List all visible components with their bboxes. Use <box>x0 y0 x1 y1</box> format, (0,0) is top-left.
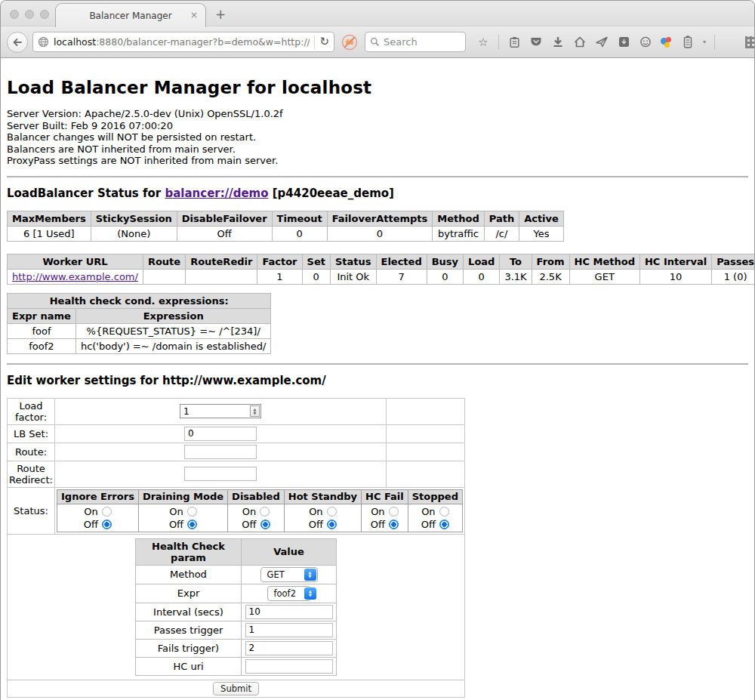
hc-uri-input[interactable] <box>245 659 333 674</box>
status-group-ignore-errors: On Off <box>57 504 139 532</box>
radio-on-label: On <box>371 506 384 517</box>
lb-set-label: LB Set: <box>8 424 55 443</box>
proxypass-note-line: ProxyPass settings are NOT inherited fro… <box>7 155 748 167</box>
route-redirect-label: Route Redirect: <box>8 461 55 487</box>
expr-cell: foof2 ▲▼ <box>242 584 337 603</box>
hc-uri-label: HC uri <box>136 657 242 675</box>
method-select[interactable]: GET ▲▼ <box>260 567 318 582</box>
window-minimize-button[interactable] <box>25 10 34 19</box>
status-group-stopped: On Off <box>408 504 462 532</box>
submit-button[interactable]: Submit <box>213 682 259 695</box>
radio-off[interactable] <box>389 520 399 529</box>
hc-row-hc-uri: HC uri <box>136 657 337 675</box>
health-check-param-table: Health Check param Value Method GET ▲▼ <box>135 538 337 676</box>
tab-close-icon[interactable]: × <box>190 10 198 20</box>
balancer-demo-link[interactable]: balancer://demo <box>165 187 268 200</box>
chevron-down-icon[interactable]: ▾ <box>703 39 706 45</box>
page-title: Load Balancer Manager for localhost <box>7 78 748 97</box>
column-header: Draining Mode <box>138 489 227 504</box>
expr-select[interactable]: foof2 ▲▼ <box>267 586 311 601</box>
divider <box>7 363 748 365</box>
search-bar[interactable] <box>365 32 466 52</box>
window-zoom-button[interactable] <box>40 10 49 19</box>
radio-on[interactable] <box>102 507 112 517</box>
divider <box>7 176 748 177</box>
window-close-button[interactable] <box>10 10 19 19</box>
number-spinner-icon[interactable]: ▲▼ <box>250 406 260 417</box>
share-icon[interactable] <box>595 35 609 49</box>
table-cell: /c/ <box>484 226 519 241</box>
table-cell: 3.1K <box>500 269 532 284</box>
home-icon[interactable] <box>573 35 587 49</box>
bookmark-star-icon[interactable]: ☆ <box>476 35 490 49</box>
column-header: Set <box>302 254 330 269</box>
url-text[interactable]: localhost:8880/balancer-manager?b=demo&w… <box>54 36 310 48</box>
pocket-icon[interactable] <box>529 35 543 49</box>
column-header: Busy <box>427 254 463 269</box>
url-domain: localhost <box>54 36 96 48</box>
search-input[interactable] <box>384 36 451 48</box>
radio-off[interactable] <box>327 520 337 529</box>
interval-cell <box>242 603 337 621</box>
hc-row-method: Method GET ▲▼ <box>136 565 337 584</box>
reload-icon[interactable]: ↻ <box>319 36 329 48</box>
worker-url-link[interactable]: http://www.example.com/ <box>12 271 138 282</box>
form-row-route-redirect: Route Redirect: <box>8 461 465 487</box>
tab-balancer-manager[interactable]: Balancer Manager × <box>55 3 206 27</box>
column-header: Value <box>242 538 337 565</box>
route-input[interactable] <box>184 445 257 459</box>
battery-extension-icon[interactable] <box>681 35 695 49</box>
column-header: Route <box>143 254 185 269</box>
fails-cell <box>242 639 337 657</box>
expr-selected-value: foof2 <box>274 588 304 599</box>
radio-off[interactable] <box>102 520 112 529</box>
method-cell: GET ▲▼ <box>242 565 337 584</box>
chat-smiley-icon[interactable] <box>639 35 652 49</box>
tab-bar: Balancer Manager × + <box>1 1 754 26</box>
hello-colored-dots-icon[interactable] <box>661 36 673 48</box>
radio-on[interactable] <box>327 507 337 517</box>
radio-on[interactable] <box>439 507 449 517</box>
table-cell: GET <box>569 269 639 284</box>
radio-off[interactable] <box>439 520 449 529</box>
spacer-cell <box>386 443 464 461</box>
radio-off[interactable] <box>187 520 197 529</box>
url-bar[interactable]: localhost:8880/balancer-manager?b=demo&w… <box>32 32 334 52</box>
table-row: 6 [1 Used] (None) Off 0 0 bytraffic /c/ … <box>8 226 564 241</box>
fails-input[interactable] <box>245 641 333 655</box>
radio-on[interactable] <box>187 507 197 517</box>
route-redirect-input[interactable] <box>184 467 257 481</box>
column-header: DisableFailover <box>177 211 272 226</box>
radio-off[interactable] <box>260 520 270 529</box>
table-cell: Off <box>177 226 272 241</box>
radio-on[interactable] <box>389 507 399 517</box>
column-header: Timeout <box>272 211 327 226</box>
spacer-cell <box>386 461 464 487</box>
panel-download-icon[interactable] <box>617 35 630 49</box>
hc-row-interval: Interval (secs) <box>136 603 337 621</box>
plugin-blocked-icon[interactable] <box>341 34 358 51</box>
column-header: Passes <box>712 254 754 269</box>
status-cell: Ignore Errors Draining Mode Disabled Hot… <box>55 487 465 534</box>
globe-icon[interactable] <box>38 36 49 48</box>
back-button[interactable] <box>7 32 28 53</box>
table-cell: 1 <box>257 269 302 284</box>
menu-icon[interactable] <box>723 35 737 49</box>
lb-set-input[interactable] <box>184 427 257 441</box>
interval-input[interactable] <box>245 605 333 619</box>
download-icon[interactable] <box>551 35 565 49</box>
navigation-toolbar: localhost:8880/balancer-manager?b=demo&w… <box>1 26 754 58</box>
passes-label: Passes trigger <box>136 621 242 639</box>
new-tab-button[interactable]: + <box>215 7 226 22</box>
column-header: Factor <box>257 254 302 269</box>
status-header-row: Ignore Errors Draining Mode Disabled Hot… <box>57 489 463 504</box>
load-factor-input[interactable] <box>180 404 261 418</box>
hc-row-passes: Passes trigger <box>136 621 337 639</box>
radio-on[interactable] <box>260 507 270 517</box>
form-row-status: Status: Ignore Errors Draining Mode Disa… <box>8 487 465 534</box>
reading-list-icon[interactable] <box>507 35 521 49</box>
column-header: Disabled <box>228 489 285 504</box>
extension-grid-icon[interactable] <box>745 36 755 48</box>
radio-off-label: Off <box>84 519 98 530</box>
passes-input[interactable] <box>245 623 333 637</box>
